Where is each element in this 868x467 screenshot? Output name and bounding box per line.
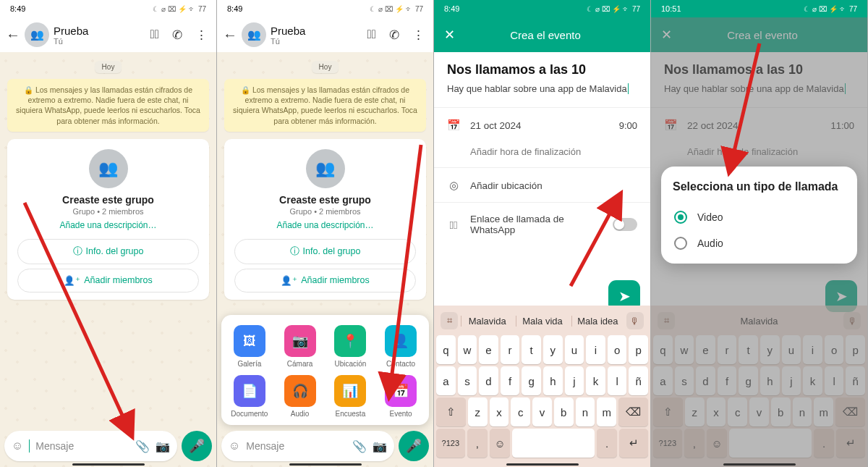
date-chip: Hoy: [95, 61, 122, 73]
video-call-icon[interactable]: ▢⃝: [150, 28, 159, 42]
key-q[interactable]: q: [436, 335, 456, 364]
attach-document[interactable]: 📄Documento: [226, 375, 273, 418]
more-icon[interactable]: ⋮: [412, 28, 425, 43]
add-end-time[interactable]: Añadir hora de finalización: [447, 142, 637, 167]
key-w[interactable]: w: [458, 335, 477, 364]
key-m[interactable]: m: [597, 397, 616, 426]
key-n[interactable]: n: [576, 397, 595, 426]
kbd-mic-icon[interactable]: 🎙: [626, 312, 644, 329]
attach-location[interactable]: 📍Ubicación: [327, 325, 375, 368]
status-bar: 10:51 ☾ ⌀ ⌧ ⚡ ᯤ 77: [651, 0, 867, 17]
key-i[interactable]: i: [586, 335, 605, 364]
close-icon[interactable]: ✕: [444, 27, 455, 43]
key-ñ[interactable]: ñ: [629, 366, 648, 395]
radio-icon: [674, 237, 687, 250]
option-video[interactable]: Video: [673, 204, 846, 230]
sticker-icon[interactable]: ☺: [229, 439, 240, 453]
key-h[interactable]: h: [543, 366, 563, 395]
key-b[interactable]: b: [554, 397, 574, 426]
home-indicator[interactable]: [506, 463, 579, 466]
camera-icon: 📷: [284, 325, 316, 357]
key-f[interactable]: f: [501, 366, 520, 395]
attach-gallery[interactable]: 🖼Galería: [226, 325, 273, 368]
option-audio[interactable]: Audio: [673, 230, 846, 256]
key-k[interactable]: k: [586, 366, 605, 395]
key-p[interactable]: p: [629, 335, 648, 364]
suggestion[interactable]: Mala vida: [516, 316, 568, 327]
headphones-icon: 🎧: [284, 375, 316, 407]
key-c[interactable]: c: [511, 397, 530, 426]
camera-icon[interactable]: 📷: [156, 439, 170, 453]
screen-create-event: 8:49 ☾ ⌀ ⌧ ⚡ ᯤ 77 ✕ Crea el evento Nos l…: [434, 0, 651, 467]
status-bar: 8:49 ☾ ⌀ ⌧ ⚡ ᯤ 77: [0, 0, 216, 17]
key-t[interactable]: t: [522, 335, 541, 364]
video-call-icon[interactable]: ▢⃝: [367, 28, 376, 42]
key-v[interactable]: v: [532, 397, 552, 426]
avatar[interactable]: 👥: [242, 22, 266, 47]
home-indicator[interactable]: [72, 463, 145, 466]
key-z[interactable]: z: [468, 397, 488, 426]
attach-icon[interactable]: 📎: [352, 439, 367, 453]
kbd-menu-icon[interactable]: ⌗: [441, 312, 458, 329]
attach-camera[interactable]: 📷Cámara: [276, 325, 324, 368]
key-x[interactable]: x: [490, 397, 509, 426]
chat-subtitle: Tú: [54, 37, 146, 46]
mic-button[interactable]: 🎤: [182, 431, 212, 461]
back-icon[interactable]: ←: [6, 27, 20, 43]
camera-icon[interactable]: 📷: [373, 439, 387, 453]
svg-line-1: [25, 203, 129, 431]
screen-chat: 8:49 ☾ ⌀ ⌧ ⚡ ᯤ 77 ← 👥 Prueba Tú ▢⃝ ✆ ⋮ H…: [0, 0, 217, 467]
event-date-row[interactable]: 📅 21 oct 2024 9:00: [447, 108, 637, 142]
gallery-icon: 🖼: [234, 325, 265, 357]
voice-call-icon[interactable]: ✆: [172, 28, 182, 43]
mic-button[interactable]: 🎤: [399, 431, 429, 461]
video-icon: ▢⃝: [447, 219, 460, 231]
chat-header: ← 👥 Prueba Tú ▢⃝ ✆ ⋮: [0, 17, 216, 52]
key-j[interactable]: j: [565, 366, 584, 395]
key-l[interactable]: l: [608, 366, 627, 395]
attach-poll[interactable]: 📊Encuesta: [327, 375, 375, 418]
numbers-key[interactable]: ?123: [436, 429, 465, 458]
period-key[interactable]: .: [597, 429, 617, 458]
key-d[interactable]: d: [479, 366, 498, 395]
attach-audio[interactable]: 🎧Audio: [276, 375, 324, 418]
group-avatar-icon: 👥: [89, 149, 128, 188]
back-icon[interactable]: ←: [223, 27, 237, 43]
suggestion[interactable]: Malavida: [461, 316, 513, 327]
status-bar: 8:49 ☾ ⌀ ⌧ ⚡ ᯤ 77: [217, 0, 433, 17]
event-title-input[interactable]: Nos llamamos a las 10: [447, 62, 637, 77]
key-a[interactable]: a: [436, 366, 456, 395]
home-indicator[interactable]: [289, 463, 362, 466]
avatar[interactable]: 👥: [25, 22, 49, 47]
enter-key[interactable]: ↵: [619, 429, 648, 458]
shift-key[interactable]: ⇧: [436, 397, 466, 426]
encryption-notice[interactable]: 🔒 Los mensajes y las llamadas están cifr…: [7, 79, 209, 132]
event-header: ✕ Crea el evento: [434, 17, 650, 52]
message-input[interactable]: ☺ Mensaje 📎 📷: [221, 431, 394, 461]
popup-title: Selecciona un tipo de llamada: [673, 180, 846, 194]
emoji-key[interactable]: ☺: [490, 429, 510, 458]
backspace-key[interactable]: ⌫: [618, 397, 648, 426]
location-pin-icon: ◎: [447, 179, 460, 192]
more-icon[interactable]: ⋮: [195, 28, 208, 43]
suggestion[interactable]: Mala idea: [571, 316, 624, 327]
key-r[interactable]: r: [501, 335, 520, 364]
key-u[interactable]: u: [565, 335, 584, 364]
key-e[interactable]: e: [479, 335, 498, 364]
home-indicator[interactable]: [723, 463, 796, 466]
key-g[interactable]: g: [522, 366, 541, 395]
screen-call-type-popup: 10:51 ☾ ⌀ ⌧ ⚡ ᯤ 77 ✕ Crea el evento Nos …: [651, 0, 868, 467]
voice-call-icon[interactable]: ✆: [389, 28, 399, 43]
calendar-icon: 📅: [447, 119, 460, 132]
svg-line-5: [571, 199, 618, 286]
space-key[interactable]: [512, 429, 594, 458]
keyboard[interactable]: ⌗ Malavida Mala vida Mala idea 🎙 qwertyu…: [434, 306, 650, 467]
poll-icon: 📊: [334, 375, 366, 407]
key-y[interactable]: y: [543, 335, 563, 364]
comma-key[interactable]: ,: [467, 429, 488, 458]
call-type-popup: Selecciona un tipo de llamada Video Audi…: [661, 167, 857, 264]
sticker-icon[interactable]: ☺: [12, 439, 23, 453]
key-s[interactable]: s: [458, 366, 477, 395]
event-description-input[interactable]: Hay que hablar sobre una app de Malavida: [447, 83, 637, 94]
key-o[interactable]: o: [608, 335, 627, 364]
